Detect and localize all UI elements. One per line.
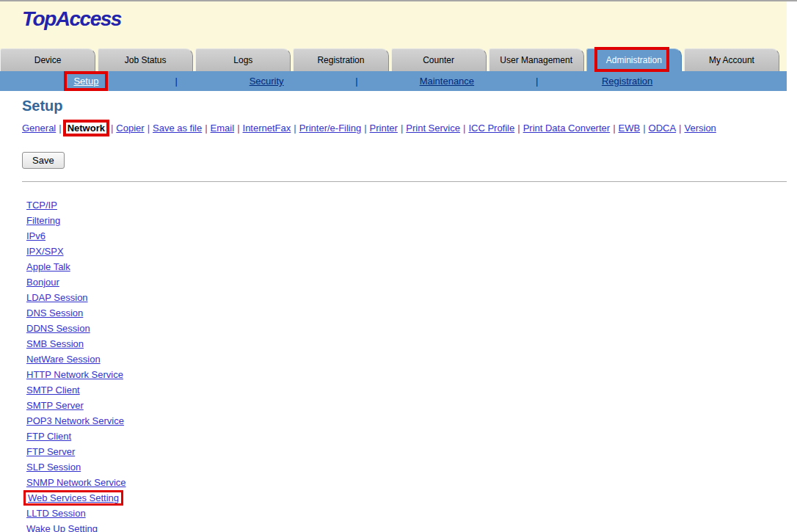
tab-my-account[interactable]: My Account [684,48,779,71]
topaccess-page: TopAccess DeviceJob StatusLogsRegistrati… [0,1,787,532]
list-item: POP3 Network Service [26,413,787,429]
subnav-separator: | [463,123,465,134]
subnav-separator: | [517,123,520,134]
subnav-link-copier[interactable]: Copier [116,123,144,134]
subnav-separator: | [205,123,207,134]
list-link-netware-session[interactable]: NetWare Session [26,354,101,365]
list-item: LDAP Session [26,290,787,305]
setup-subnav: General|Network|Copier|Save as file|Emai… [22,123,787,134]
list-link-ldap-session[interactable]: LDAP Session [26,292,88,303]
tab-counter[interactable]: Counter [391,48,487,71]
list-link-ipv6[interactable]: IPv6 [26,230,46,241]
subnav-link-general[interactable]: General [22,123,56,134]
list-link-smtp-server[interactable]: SMTP Server [26,400,84,411]
header: TopAccess [0,1,787,45]
topaccess-logo: TopAccess [22,7,121,31]
subnav-link-print-service[interactable]: Print Service [406,123,460,134]
list-link-lltd-session[interactable]: LLTD Session [26,508,86,519]
menubar-cell: Registration [582,76,672,87]
tab-device[interactable]: Device [0,48,95,71]
list-item: Filtering [26,213,787,228]
list-item: DDNS Session [26,321,787,336]
subnav-separator: | [643,123,645,134]
list-item: Bonjour [26,274,787,290]
list-item: SNMP Network Service [26,475,787,490]
subnav-link-save-as-file[interactable]: Save as file [153,123,202,134]
list-link-dns-session[interactable]: DNS Session [26,307,83,318]
subnav-separator: | [294,123,296,134]
list-link-filtering[interactable]: Filtering [26,215,60,226]
subnav-link-network[interactable]: Network [63,120,109,136]
list-link-apple-talk[interactable]: Apple Talk [26,261,70,272]
save-button[interactable]: Save [22,152,65,169]
subnav-link-odca[interactable]: ODCA [649,123,677,134]
tab-user-management[interactable]: User Management [489,48,584,71]
admin-menubar: Setup|Security|Maintenance|Registration [0,71,787,91]
list-link-tcp-ip[interactable]: TCP/IP [26,200,57,211]
subnav-link-printer-e-filing[interactable]: Printer/e-Filing [299,123,362,134]
menubar-link-maintenance[interactable]: Maintenance [420,76,474,87]
menubar-separator: | [131,76,222,87]
subnav-link-internetfax[interactable]: InternetFax [243,123,291,134]
list-item: Apple Talk [26,259,787,274]
list-link-snmp-network-service[interactable]: SNMP Network Service [26,477,126,488]
list-link-wake-up-setting[interactable]: Wake Up Setting [26,523,98,532]
content-divider [22,181,787,182]
tab-bar: DeviceJob StatusLogsRegistrationCounterU… [0,45,787,71]
subnav-separator: | [111,123,113,134]
tab-logs[interactable]: Logs [195,48,291,71]
tab-administration[interactable]: Administration [586,48,682,71]
subnav-separator: | [237,123,239,134]
list-item: SMTP Server [26,398,787,413]
tab-registration[interactable]: Registration [293,48,388,71]
page-title: Setup [22,98,787,114]
list-item: Wake Up Setting [26,521,787,532]
list-link-http-network-service[interactable]: HTTP Network Service [26,369,123,380]
list-item: DNS Session [26,305,787,321]
subnav-link-icc-profile[interactable]: ICC Profile [468,123,514,134]
menubar-separator: | [312,76,402,87]
subnav-separator: | [59,123,61,134]
list-item: NetWare Session [26,351,787,367]
list-item: SMTP Client [26,382,787,398]
list-item: HTTP Network Service [26,367,787,382]
list-link-ftp-client[interactable]: FTP Client [26,431,71,442]
menubar-link-setup[interactable]: Setup [64,71,108,91]
admin-menubar-links: Setup|Security|Maintenance|Registration [41,71,672,91]
list-link-bonjour[interactable]: Bonjour [26,277,59,288]
subnav-separator: | [401,123,403,134]
tab-job-status[interactable]: Job Status [98,48,193,71]
list-link-slp-session[interactable]: SLP Session [26,462,81,473]
list-link-smtp-client[interactable]: SMTP Client [26,385,80,396]
list-link-ddns-session[interactable]: DDNS Session [26,323,90,334]
list-item: TCP/IP [26,197,787,213]
list-link-ftp-server[interactable]: FTP Server [26,446,75,457]
subnav-link-version[interactable]: Version [684,123,716,134]
list-item: Web Services Setting [26,490,787,506]
list-link-smb-session[interactable]: SMB Session [26,338,84,349]
subnav-link-printer[interactable]: Printer [370,123,398,134]
list-link-pop3-network-service[interactable]: POP3 Network Service [26,415,124,426]
subnav-separator: | [613,123,615,134]
menubar-link-security[interactable]: Security [250,76,284,87]
list-item: SMB Session [26,336,787,351]
list-item: FTP Server [26,444,787,459]
main-content: Setup General|Network|Copier|Save as fil… [0,98,787,532]
subnav-link-ewb[interactable]: EWB [619,123,641,134]
subnav-separator: | [364,123,366,134]
subnav-separator: | [679,123,681,134]
menubar-cell: Security [222,76,312,87]
list-item: SLP Session [26,459,787,475]
menubar-cell: Setup [41,76,131,87]
list-item: FTP Client [26,429,787,444]
subnav-link-email[interactable]: Email [211,123,235,134]
network-settings-link-list: TCP/IPFilteringIPv6IPX/SPXApple TalkBonj… [26,197,787,532]
list-item: LLTD Session [26,506,787,521]
list-link-ipx-spx[interactable]: IPX/SPX [26,246,64,257]
subnav-separator: | [148,123,150,134]
list-link-web-services-setting[interactable]: Web Services Setting [23,490,123,506]
list-item: IPX/SPX [26,244,787,259]
menubar-separator: | [492,76,582,87]
subnav-link-print-data-converter[interactable]: Print Data Converter [523,123,611,134]
menubar-link-registration[interactable]: Registration [602,76,652,87]
